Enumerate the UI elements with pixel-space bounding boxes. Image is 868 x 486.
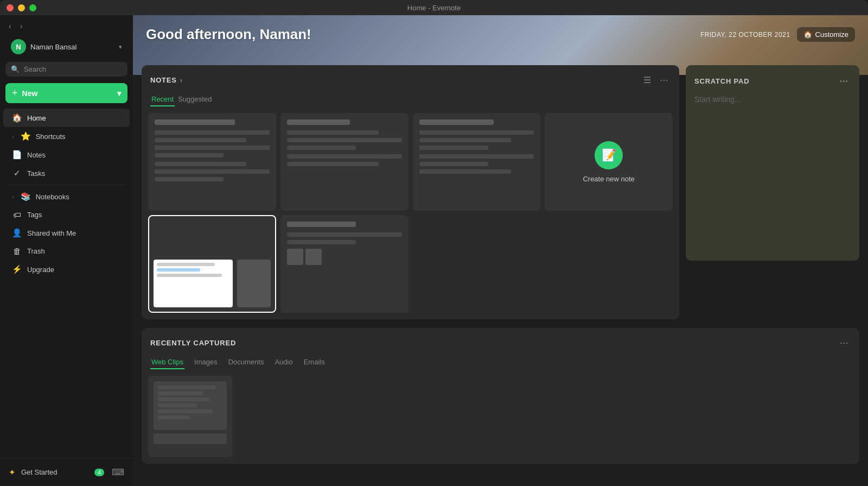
sidebar-item-notes[interactable]: 📄 Notes [3, 146, 130, 164]
note-card-1[interactable] [148, 113, 276, 211]
sidebar-divider-1 [7, 185, 126, 185]
user-name: Naman Bansal [30, 43, 114, 51]
scratch-pad-placeholder[interactable]: Start writing... [694, 95, 851, 104]
tab-suggested[interactable]: Suggested [177, 93, 213, 106]
avatar: N [11, 39, 26, 54]
notes-panel-title[interactable]: NOTES › [150, 76, 183, 84]
tab-web-clips[interactable]: Web Clips [150, 356, 184, 369]
notes-tabs: Recent Suggested [142, 87, 679, 106]
recently-card-1-content [148, 376, 232, 450]
nav-forward-button[interactable]: › [18, 21, 25, 31]
search-placeholder: Search [24, 65, 46, 73]
tab-recent[interactable]: Recent [150, 93, 175, 106]
recently-card-1[interactable] [148, 376, 232, 457]
get-started-item[interactable]: ✦ Get Started 4 ⌨ [0, 463, 133, 482]
notes-panel-actions: ☰ ⋯ [641, 73, 671, 87]
sidebar-item-notes-label: Notes [27, 151, 46, 159]
notebooks-icon: 📚 [21, 192, 30, 201]
sidebar-bottom: ✦ Get Started 4 ⌨ [0, 458, 133, 486]
customize-button[interactable]: 🏠 Customize [797, 27, 855, 42]
close-button[interactable] [7, 4, 14, 11]
sidebar-item-shared[interactable]: 👤 Shared with Me [3, 224, 130, 242]
search-bar[interactable]: 🔍 Search [5, 62, 127, 77]
window-title: Home - Evernote [407, 4, 461, 12]
recently-captured-grid [142, 369, 859, 464]
tab-images[interactable]: Images [193, 356, 219, 369]
note-card-3[interactable] [413, 113, 541, 211]
scratch-pad-title: SCRATCH PAD ⋯ [694, 74, 851, 89]
get-started-icon: ✦ [9, 468, 16, 477]
new-button[interactable]: + New ▾ [5, 83, 127, 103]
note-card-3-content [413, 113, 541, 211]
sidebar-item-tags[interactable]: 🏷 Tags [3, 206, 130, 224]
notes-panel: NOTES › ☰ ⋯ Recent Suggested [142, 65, 679, 319]
titlebar: Home - Evernote [0, 0, 868, 15]
sidebar-item-shortcuts-label: Shortcuts [36, 132, 66, 141]
scratch-pad-panel: SCRATCH PAD ⋯ Start writing... [686, 65, 859, 261]
notes-more-button[interactable]: ⋯ [658, 73, 671, 87]
create-note-icon: 📝 [595, 141, 623, 169]
sidebar-item-notebooks[interactable]: › 📚 Notebooks [3, 187, 130, 206]
create-note-card[interactable]: 📝 Create new note [545, 113, 673, 211]
keyboard-icon: ⌨ [112, 467, 124, 477]
note-card-5-content [280, 215, 409, 313]
recently-captured-header: RECENTLY CAPTURED ⋯ [142, 328, 859, 350]
hero-right: FRIDAY, 22 OCTOBER 2021 🏠 Customize [700, 27, 855, 42]
sidebar-item-upgrade-label: Upgrade [27, 266, 54, 274]
trash-icon: 🗑 [12, 247, 22, 256]
sidebar-item-tags-label: Tags [27, 211, 42, 219]
notes-icon: 📄 [12, 150, 22, 160]
sidebar-item-shortcuts[interactable]: › ⭐ Shortcuts [3, 127, 130, 146]
notes-panel-header: NOTES › ☰ ⋯ [142, 65, 679, 87]
nav-back-button[interactable]: ‹ [7, 21, 14, 31]
hero-header: Good afternoon, Naman! FRIDAY, 22 OCTOBE… [133, 15, 868, 52]
sidebar-item-tasks[interactable]: ✓ Tasks [3, 164, 130, 182]
new-button-left: + New [12, 87, 37, 99]
shortcuts-icon: ⭐ [21, 131, 30, 141]
scratch-pad-more-button[interactable]: ⋯ [837, 74, 851, 89]
greeting-text: Good afternoon, Naman! [146, 26, 311, 43]
get-started-label: Get Started [21, 468, 57, 476]
create-note-label: Create new note [583, 175, 634, 183]
content-inner: NOTES › ☰ ⋯ Recent Suggested [133, 59, 868, 475]
tab-documents[interactable]: Documents [227, 356, 265, 369]
notes-grid: 📝 Create new note [142, 106, 679, 319]
sidebar: ‹ › N Naman Bansal ▾ 🔍 Search + New ▾ 🏠 … [0, 15, 133, 486]
customize-icon: 🏠 [803, 30, 812, 39]
recently-captured-panel: RECENTLY CAPTURED ⋯ Web Clips Images Doc… [142, 328, 859, 464]
user-chevron-icon: ▾ [119, 43, 122, 51]
sidebar-item-tasks-label: Tasks [27, 169, 45, 178]
note-card-5[interactable] [280, 215, 409, 313]
customize-label: Customize [815, 30, 848, 39]
tasks-icon: ✓ [12, 168, 22, 178]
tab-audio[interactable]: Audio [273, 356, 293, 369]
new-button-label: New [22, 89, 38, 98]
note-card-2[interactable] [280, 113, 409, 211]
shortcuts-expand-icon: › [12, 133, 14, 140]
thumb-1 [154, 381, 227, 430]
note-card-4[interactable] [148, 215, 276, 313]
maximize-button[interactable] [29, 4, 36, 11]
app-container: ‹ › N Naman Bansal ▾ 🔍 Search + New ▾ 🏠 … [0, 15, 868, 486]
main-content: Good afternoon, Naman! FRIDAY, 22 OCTOBE… [133, 15, 868, 486]
sidebar-item-trash[interactable]: 🗑 Trash [3, 242, 130, 260]
sidebar-item-shared-label: Shared with Me [27, 229, 76, 237]
sidebar-item-home-label: Home [27, 114, 46, 122]
notes-list-view-button[interactable]: ☰ [641, 73, 653, 87]
minimize-button[interactable] [18, 4, 25, 11]
user-profile[interactable]: N Naman Bansal ▾ [4, 35, 129, 59]
shared-icon: 👤 [12, 228, 22, 238]
note-card-1-content [148, 113, 276, 211]
tab-emails[interactable]: Emails [303, 356, 326, 369]
sidebar-item-notebooks-label: Notebooks [36, 193, 69, 201]
home-icon: 🏠 [12, 113, 22, 123]
search-icon: 🔍 [11, 65, 20, 73]
window-controls [7, 4, 36, 11]
sidebar-item-upgrade[interactable]: ⚡ Upgrade [3, 260, 130, 279]
current-date: FRIDAY, 22 OCTOBER 2021 [700, 31, 790, 39]
sidebar-item-home[interactable]: 🏠 Home [3, 109, 130, 127]
notebooks-expand-icon: › [12, 193, 14, 200]
new-chevron-icon: ▾ [117, 89, 121, 98]
recently-captured-more-button[interactable]: ⋯ [838, 336, 851, 350]
recently-captured-tabs: Web Clips Images Documents Audio Emails [142, 350, 859, 369]
